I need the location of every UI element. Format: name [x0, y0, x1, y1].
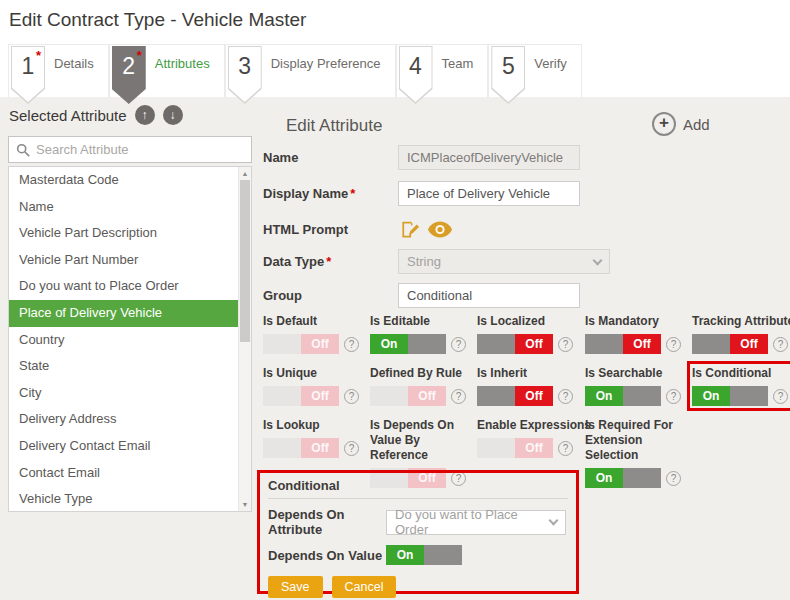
- help-icon[interactable]: ?: [558, 337, 573, 352]
- label-text: Data Type: [263, 254, 324, 269]
- list-item[interactable]: Vehicle Part Description: [9, 220, 251, 247]
- scroll-up-icon[interactable]: ▲: [239, 170, 251, 177]
- toggle-cell-is-conditional: Is Conditional On ?: [692, 366, 790, 406]
- list-item[interactable]: Contact Email: [9, 460, 251, 487]
- move-up-button[interactable]: ↑: [135, 105, 155, 125]
- save-button[interactable]: Save: [268, 576, 323, 598]
- depends-on-value-toggle[interactable]: On: [386, 545, 462, 565]
- toggle-switch[interactable]: Off: [477, 334, 553, 354]
- required-asterisk: *: [326, 254, 331, 269]
- display-name-field[interactable]: [398, 181, 580, 206]
- toggle-switch[interactable]: Off: [585, 334, 661, 354]
- help-icon[interactable]: ?: [666, 337, 681, 352]
- add-attribute-button[interactable]: + Add: [652, 112, 710, 136]
- toggle-switch[interactable]: On: [692, 386, 768, 406]
- toggle-switch[interactable]: On: [370, 334, 446, 354]
- tab-label: Team: [442, 56, 474, 97]
- toggle-track: [623, 386, 661, 406]
- data-type-select[interactable]: String: [398, 249, 610, 274]
- toggle-label: Is Searchable: [585, 366, 692, 381]
- toggle-label: Tracking Attribute: [692, 314, 790, 329]
- toggle-track: [477, 438, 515, 458]
- toggle-cell-is-localized: Is Localized Off ?: [477, 314, 585, 354]
- name-field[interactable]: [398, 145, 580, 170]
- help-icon[interactable]: ?: [666, 471, 681, 486]
- toggle-cell-is-mandatory: Is Mandatory Off ?: [585, 314, 692, 354]
- list-item[interactable]: Place of Delivery Vehicle: [9, 300, 251, 327]
- toggle-track: [408, 334, 446, 354]
- help-icon[interactable]: ?: [344, 389, 359, 404]
- step-badge-4: 4: [399, 46, 433, 104]
- scroll-down-icon[interactable]: ▼: [239, 501, 251, 508]
- list-item[interactable]: Masterdata Code: [9, 167, 251, 194]
- toggle-switch[interactable]: Off: [370, 386, 446, 406]
- toggle-track: [477, 386, 515, 406]
- help-icon[interactable]: ?: [558, 389, 573, 404]
- toggle-switch[interactable]: Off: [477, 386, 553, 406]
- tab-team[interactable]: 4 Team: [396, 44, 489, 97]
- step-badge-5: 5: [491, 46, 525, 104]
- toggle-track: [692, 334, 730, 354]
- toggle-switch[interactable]: Off: [692, 334, 768, 354]
- tab-label: Display Preference: [271, 56, 381, 97]
- toggle-track: [263, 386, 301, 406]
- toggle-label: Is Default: [263, 314, 370, 329]
- toggle-cell-is-editable: Is Editable On ?: [370, 314, 477, 354]
- toggle-state-text: Off: [301, 386, 339, 406]
- toggle-state-text: On: [386, 545, 424, 565]
- list-item[interactable]: State: [9, 353, 251, 380]
- tab-verify[interactable]: 5 Verify: [488, 44, 582, 97]
- cancel-button[interactable]: Cancel: [332, 576, 397, 598]
- toggle-state-text: Off: [301, 438, 339, 458]
- html-prompt-label: HTML Prompt: [263, 222, 398, 237]
- attribute-search[interactable]: [8, 136, 252, 163]
- list-item[interactable]: Vehicle Part Number: [9, 247, 251, 274]
- help-icon[interactable]: ?: [773, 337, 788, 352]
- toggle-grid: Is Default Off ? Is Editable On ? Is Loc…: [263, 314, 790, 488]
- list-item[interactable]: Vehicle Type: [9, 486, 251, 513]
- toggle-state-text: On: [370, 334, 408, 354]
- scrollbar[interactable]: ▲ ▼: [238, 167, 251, 511]
- toggle-cell-tracking-attribute: Tracking Attribute Off ?: [692, 314, 790, 354]
- list-item[interactable]: Delivery Contact Email: [9, 433, 251, 460]
- toggle-cell-is-inherit: Is Inherit Off ?: [477, 366, 585, 406]
- selected-value: Do you want to Place Order: [395, 507, 550, 537]
- toggle-switch[interactable]: On: [585, 386, 661, 406]
- list-item[interactable]: Do you want to Place Order: [9, 273, 251, 300]
- toggle-switch[interactable]: Off: [477, 438, 553, 458]
- list-item[interactable]: Name: [9, 194, 251, 221]
- edit-html-icon[interactable]: [398, 219, 419, 240]
- list-item[interactable]: Country: [9, 327, 251, 354]
- help-icon[interactable]: ?: [344, 337, 359, 352]
- toggle-switch[interactable]: Off: [263, 438, 339, 458]
- group-field[interactable]: [398, 283, 580, 308]
- scrollbar-thumb[interactable]: [240, 180, 250, 342]
- toggle-switch[interactable]: Off: [263, 386, 339, 406]
- toggle-state-text: Off: [515, 386, 553, 406]
- sidebar-title: Selected Attribute: [9, 107, 127, 124]
- list-item[interactable]: Delivery Address: [9, 406, 251, 433]
- tab-label: Details: [54, 56, 94, 97]
- toggle-label: Is Depends On Value By Reference: [370, 418, 480, 463]
- help-icon[interactable]: ?: [344, 441, 359, 456]
- tab-attributes[interactable]: 2 * Attributes: [109, 44, 225, 97]
- step-number: 4: [399, 53, 433, 80]
- preview-eye-icon[interactable]: [428, 221, 452, 238]
- help-icon[interactable]: ?: [666, 389, 681, 404]
- tab-details[interactable]: 1 * Details: [8, 44, 109, 97]
- tab-display-preference[interactable]: 3 Display Preference: [225, 44, 396, 97]
- step-badge-1: 1 *: [11, 46, 45, 104]
- toggle-track: [730, 386, 768, 406]
- move-down-button[interactable]: ↓: [163, 105, 183, 125]
- help-icon[interactable]: ?: [558, 441, 573, 456]
- toggle-switch[interactable]: On: [585, 468, 661, 488]
- list-item[interactable]: City: [9, 380, 251, 407]
- depends-on-attribute-select[interactable]: Do you want to Place Order: [386, 510, 566, 535]
- search-input[interactable]: [36, 142, 244, 157]
- help-icon[interactable]: ?: [451, 337, 466, 352]
- help-icon[interactable]: ?: [451, 389, 466, 404]
- help-icon[interactable]: ?: [773, 389, 788, 404]
- toggle-track: [263, 334, 301, 354]
- toggle-track: [424, 545, 462, 565]
- toggle-switch[interactable]: Off: [263, 334, 339, 354]
